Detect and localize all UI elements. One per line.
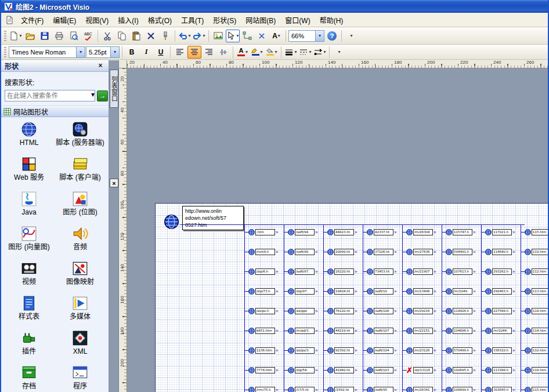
site-page-node[interactable]: 114640.h» (485, 248, 515, 256)
site-page-node[interactable]: /soft/98.» (288, 248, 317, 256)
site-page-node[interactable]: 117021.h» (485, 228, 515, 236)
site-page-node[interactable]: 336310.h» (485, 347, 515, 354)
print-preview-button[interactable] (67, 30, 81, 42)
undo-button[interactable]: ▾ (178, 30, 192, 42)
menu-item-7[interactable]: 网站图(B) (241, 13, 280, 27)
site-page-node[interactable]: /1592.ht» (327, 386, 357, 392)
site-page-node[interactable]: 7774.htm» (248, 366, 278, 374)
stencil-item-script-server[interactable]: 脚本 (服务器端) (55, 121, 106, 155)
document-window-icon[interactable] (3, 16, 16, 24)
site-page-node[interactable]: 114426.h» (446, 307, 475, 315)
site-page-node[interactable]: /zip/54.» (288, 366, 317, 374)
vertical-ruler[interactable]: 20406080100120140160180200 (119, 68, 127, 392)
site-page-node[interactable]: 113.htm» (525, 288, 548, 295)
canvas-viewport[interactable]: http://www.onlin edown.net/soft/57 8527.… (127, 68, 548, 392)
align-left-button[interactable] (173, 46, 187, 59)
site-page-node[interactable]: 594491.h» (446, 248, 475, 256)
font-name-combo[interactable]: Times New Roman ▾ (9, 46, 85, 58)
site-page-node[interactable]: /m/26341» (406, 386, 436, 392)
line-color-button[interactable]: ▾ (250, 46, 264, 59)
stencil-item-video[interactable]: 视频 (3, 260, 55, 295)
spelling-button[interactable]: ABC (81, 30, 95, 42)
zoom-dropdown-button[interactable]: ▾ (315, 31, 324, 41)
site-page-node[interactable]: 115.htm» (525, 386, 548, 392)
font-size-dropdown-button[interactable]: ▾ (110, 47, 119, 57)
connection-point-tool-button[interactable] (255, 30, 269, 42)
font-color-button[interactable]: A▾ (236, 46, 250, 59)
site-page-node[interactable]: /m/22151» (406, 327, 436, 335)
stencil-item-html-globe[interactable]: HTML (3, 121, 55, 155)
shape-window-button[interactable] (211, 30, 225, 42)
site-page-node[interactable]: /zip/73.h» (248, 288, 278, 295)
menu-item-1[interactable]: 编辑(E) (48, 13, 81, 27)
site-page-node[interactable]: 100695.h» (446, 366, 475, 374)
site-page-node[interactable]: /m/ad/3.» (288, 327, 317, 335)
stencil-item-script-client[interactable]: 脚本 (客户端) (55, 155, 106, 190)
site-page-node[interactable]: 104686.h» (446, 327, 475, 335)
font-name-dropdown-button[interactable]: ▾ (76, 47, 85, 57)
site-page-node[interactable]: 303645.h» (485, 386, 515, 392)
site-page-node[interactable]: /nm/75.h» (248, 386, 278, 392)
text-tool-button[interactable]: A▾ (269, 30, 283, 42)
save-button[interactable] (38, 30, 52, 42)
site-page-node[interactable]: /m/23126» (406, 347, 436, 354)
menu-item-3[interactable]: 插入(I) (113, 13, 143, 27)
site-page-node[interactable]: /soft/95» (367, 386, 396, 392)
site-page-node[interactable]: /soft/103» (367, 366, 396, 374)
site-page-node[interactable]: 290463.h» (485, 288, 515, 295)
site-page-node[interactable]: 118.htm» (525, 366, 548, 374)
delete-button[interactable] (144, 30, 158, 42)
horizontal-ruler[interactable]: 20406080100120140160180200220240260 (127, 60, 548, 68)
stencil-item-archive[interactable]: 存档 (3, 364, 55, 392)
site-page-node[interactable]: b651.htm» (248, 327, 278, 335)
site-page-node[interactable]: /zz/ppt.» (288, 307, 317, 315)
toolbar-options-button[interactable]: ▾ (332, 46, 346, 59)
site-page-node[interactable]: .htm» (248, 228, 278, 236)
stencil-section-bar[interactable]: 网站图形状 (1, 106, 109, 117)
site-page-node[interactable]: /zz/ps/3.» (288, 347, 317, 354)
italic-button[interactable]: I (139, 46, 153, 59)
search-dropdown-button[interactable]: ▾ (91, 90, 95, 101)
drawing-page[interactable]: http://www.onlin edown.net/soft/57 8527.… (155, 203, 548, 392)
shape-search-input[interactable] (5, 90, 91, 101)
site-page-node[interactable]: /m/26304» (406, 228, 436, 236)
site-page-node[interactable]: 76120.ht» (327, 307, 357, 315)
site-page-node[interactable]: 119.htm» (525, 248, 548, 256)
site-page-node[interactable]: 227568.h» (485, 307, 515, 315)
print-button[interactable] (52, 30, 66, 42)
site-page-node[interactable]: 112.htm» (525, 268, 548, 275)
stencil-item-multimedia[interactable]: 多媒体 (55, 295, 106, 329)
site-page-node[interactable]: 73453.ht» (367, 268, 396, 275)
align-center-button[interactable] (187, 46, 201, 59)
help-button[interactable]: ? (325, 30, 339, 42)
line-ends-button[interactable]: ▾ (313, 46, 327, 59)
site-page-node[interactable]: /soft/107» (367, 327, 396, 335)
site-page-node[interactable]: 107613.h» (446, 268, 475, 275)
stencil-item-audio[interactable]: 音频 (55, 225, 106, 260)
open-button[interactable] (23, 30, 37, 42)
stencil-item-graphic-vector[interactable]: 图形 (向量图) (3, 225, 55, 260)
vertical-align-button[interactable] (216, 46, 230, 59)
stencil-item-java[interactable]: Java (3, 190, 55, 225)
site-page-node[interactable]: 37106.ht» (367, 248, 396, 256)
site-page-node[interactable]: /zip/97.» (288, 288, 317, 295)
site-page-node[interactable]: /m/1044.» (485, 327, 515, 335)
site-page-node[interactable]: 1236.htm» (248, 347, 278, 354)
pointer-tool-button[interactable]: ▾ (226, 30, 240, 42)
copy-button[interactable] (115, 30, 129, 42)
site-page-node[interactable]: 113388.h» (485, 366, 515, 374)
paste-button[interactable] (129, 30, 143, 42)
stencil-item-plugin[interactable]: 插件 (3, 329, 55, 364)
stencil-item-graphic-bitmap[interactable]: 图形 (位图) (55, 190, 106, 225)
menu-item-6[interactable]: 形状(S) (208, 13, 241, 27)
site-page-node[interactable]: /m/1049.» (446, 288, 475, 295)
stencil-item-image-map[interactable]: 图像映射 (55, 260, 106, 295)
site-page-node[interactable]: /m/29216» (406, 307, 436, 315)
stencil-item-stylesheet[interactable]: 样式表 (3, 295, 55, 329)
site-page-node[interactable]: 41860.ht» (327, 366, 357, 374)
site-page-node[interactable]: ✗/zz/13116» (406, 366, 436, 374)
stencil-item-xml[interactable]: XML (55, 329, 106, 364)
align-right-button[interactable] (202, 46, 216, 59)
site-page-node[interactable]: 110.htm» (525, 347, 548, 354)
site-page-node[interactable]: /soft/10» (367, 288, 396, 295)
